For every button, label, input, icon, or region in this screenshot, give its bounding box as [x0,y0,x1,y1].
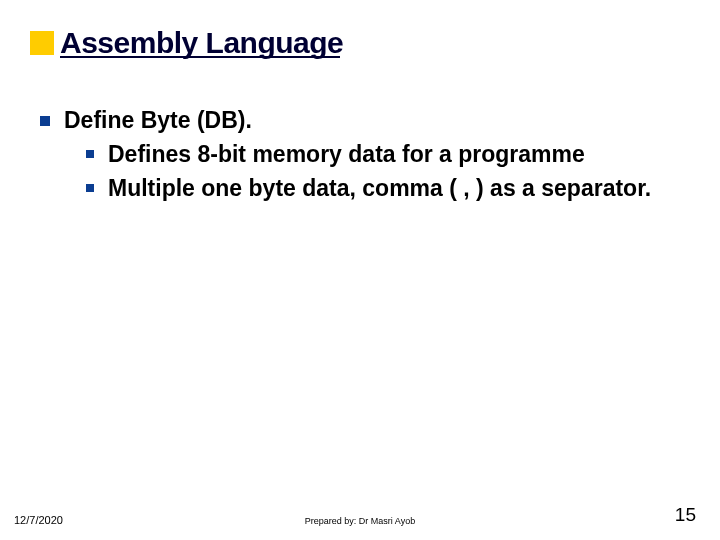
bullet-lvl2-text: Defines 8-bit memory data for a programm… [108,140,585,170]
bullet-lvl2: Multiple one byte data, comma ( , ) as a… [86,174,690,204]
bullet-lvl2: Defines 8-bit memory data for a programm… [86,140,690,170]
slide-title: Assembly Language [60,26,343,60]
footer-date: 12/7/2020 [14,514,63,526]
bullet-square-icon [86,150,94,158]
title-bar: Assembly Language [30,26,343,60]
bullet-lvl2-text: Multiple one byte data, comma ( , ) as a… [108,174,651,204]
title-underline [60,56,340,58]
bullet-lvl1: Define Byte (DB). [40,106,690,136]
bullet-square-icon [40,116,50,126]
content: Define Byte (DB). Defines 8-bit memory d… [40,106,690,208]
title-square-icon [30,31,54,55]
slide: Assembly Language Define Byte (DB). Defi… [0,0,720,540]
bullet-square-icon [86,184,94,192]
footer-page-number: 15 [675,504,696,526]
bullet-lvl1-text: Define Byte (DB). [64,106,252,136]
footer-credit: Prepared by: Dr Masri Ayob [305,516,415,526]
